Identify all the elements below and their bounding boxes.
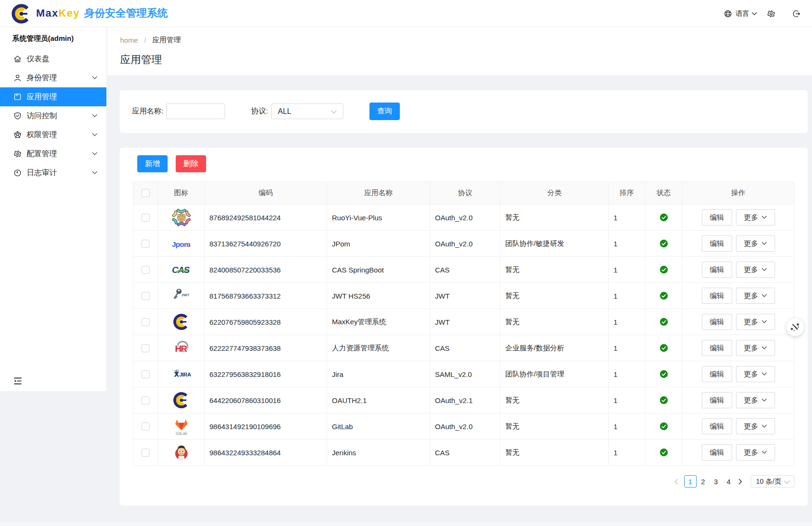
floating-tool-button[interactable] — [786, 319, 804, 336]
pagination-page-3[interactable]: 3 — [710, 475, 722, 488]
column-header-操作: 操作 — [682, 182, 794, 205]
chevron-down-icon — [92, 114, 97, 118]
more-button[interactable]: 更多 — [736, 444, 775, 460]
row-name-cell: Jira — [327, 361, 430, 387]
delete-button[interactable]: 删除 — [176, 155, 206, 172]
language-menu[interactable]: 语言 — [724, 9, 757, 18]
more-button[interactable]: 更多 — [736, 314, 775, 330]
shield-check-icon — [13, 112, 22, 120]
pagination-page-2[interactable]: 2 — [697, 475, 709, 488]
row-actions-cell: 编辑更多 — [682, 361, 794, 387]
row-checkbox[interactable] — [142, 370, 150, 378]
breadcrumb-home[interactable]: home — [120, 36, 138, 44]
breadcrumb: home / 应用管理 — [120, 27, 812, 45]
language-label: 语言 — [736, 9, 749, 18]
page-size-select[interactable]: 10 条/页 — [751, 475, 794, 488]
sidebar-item-身份管理[interactable]: 身份管理 — [0, 68, 106, 87]
settings-button[interactable] — [767, 9, 775, 18]
menu-fold-icon[interactable] — [13, 376, 22, 385]
chevron-down-icon — [762, 346, 767, 350]
jwt-app-icon: JWT — [172, 286, 191, 305]
row-checkbox[interactable] — [142, 318, 150, 326]
sidebar-item-应用管理[interactable]: 应用管理 — [0, 87, 106, 106]
row-select-cell — [133, 361, 158, 387]
sidebar-item-仪表盘[interactable]: 仪表盘 — [0, 49, 106, 68]
row-checkbox[interactable] — [142, 449, 150, 457]
clock-icon — [13, 169, 22, 177]
app-name-input[interactable] — [166, 103, 225, 119]
edit-button[interactable]: 编辑 — [702, 314, 732, 330]
row-checkbox[interactable] — [142, 292, 150, 300]
status-enabled-icon — [660, 318, 668, 326]
edit-button[interactable]: 编辑 — [702, 340, 732, 356]
more-button[interactable]: 更多 — [736, 392, 775, 408]
sidebar-item-访问控制[interactable]: 访问控制 — [0, 106, 106, 125]
row-checkbox[interactable] — [142, 423, 150, 431]
row-select-cell — [133, 387, 158, 413]
select-all-checkbox[interactable] — [142, 189, 150, 197]
breadcrumb-current: 应用管理 — [152, 36, 181, 45]
row-status-cell — [645, 231, 682, 257]
pagination-next-button[interactable] — [736, 475, 745, 488]
more-button[interactable]: 更多 — [736, 209, 775, 225]
row-sort-cell: 1 — [609, 257, 645, 283]
column-header-排序: 排序 — [609, 182, 645, 205]
edit-button[interactable]: 编辑 — [702, 209, 732, 225]
sidebar-item-配置管理[interactable]: 配置管理 — [0, 144, 106, 163]
row-code-cell: 644220607860310016 — [205, 387, 327, 413]
edit-button[interactable]: 编辑 — [702, 288, 732, 304]
more-button[interactable]: 更多 — [736, 418, 775, 434]
row-name-cell: RuoYi-Vue-Plus — [327, 205, 430, 231]
row-checkbox[interactable] — [142, 240, 150, 248]
row-name-cell: JWT HS256 — [327, 283, 430, 309]
brand-name-key: Key — [58, 7, 80, 19]
apps-table: 图标编码应用名称协议分类排序状态操作 — [133, 181, 794, 466]
more-button[interactable]: 更多 — [736, 235, 775, 252]
row-status-cell — [645, 309, 682, 335]
chevron-down-icon — [762, 294, 767, 298]
table-row: 644220607860310016OAUTH2.1OAuth_v2.1暂无1 … — [133, 387, 794, 413]
row-actions-cell: 编辑更多 — [682, 309, 794, 335]
row-actions-cell: 编辑更多 — [682, 387, 794, 413]
row-checkbox[interactable] — [142, 344, 150, 352]
more-button[interactable]: 更多 — [736, 262, 775, 278]
pagination-page-1[interactable]: 1 — [684, 475, 697, 488]
row-select-cell — [133, 440, 158, 466]
jenkins-app-icon — [172, 443, 191, 462]
pagination: 1234 10 条/页 — [671, 475, 794, 488]
row-name-cell: MaxKey管理系统 — [327, 309, 430, 335]
row-checkbox[interactable] — [142, 214, 150, 222]
more-button[interactable]: 更多 — [736, 288, 775, 304]
row-actions-cell: 编辑更多 — [682, 440, 794, 466]
row-sort-cell: 1 — [609, 205, 645, 231]
chevron-down-icon — [331, 110, 337, 114]
edit-button[interactable]: 编辑 — [702, 392, 732, 408]
table-row: GitLab 986431492190109696GitLabOAuth_v2.… — [133, 413, 794, 440]
row-checkbox[interactable] — [142, 396, 150, 404]
row-checkbox[interactable] — [142, 266, 150, 274]
add-button[interactable]: 新增 — [137, 155, 168, 172]
logout-button[interactable] — [792, 9, 801, 18]
edit-button[interactable]: 编辑 — [702, 444, 732, 460]
pagination-prev-button[interactable] — [671, 475, 681, 488]
row-select-cell — [133, 335, 158, 361]
more-button[interactable]: 更多 — [736, 366, 775, 382]
status-enabled-icon — [660, 448, 668, 457]
chevron-down-icon — [92, 133, 97, 137]
status-enabled-icon — [660, 291, 668, 300]
edit-button[interactable]: 编辑 — [702, 262, 732, 278]
edit-button[interactable]: 编辑 — [702, 235, 732, 252]
row-code-cell: 622076759805923328 — [205, 309, 327, 335]
brand-name: MaxKey — [36, 7, 80, 19]
edit-button[interactable]: 编辑 — [702, 418, 732, 434]
edit-button[interactable]: 编辑 — [702, 366, 732, 382]
protocol-select[interactable]: ALL — [271, 103, 343, 119]
pagination-page-4[interactable]: 4 — [723, 475, 735, 488]
more-button-label: 更多 — [744, 239, 758, 248]
sidebar-item-日志审计[interactable]: 日志审计 — [0, 163, 106, 182]
more-button[interactable]: 更多 — [736, 340, 775, 356]
jira-app-icon: JIRA — [172, 365, 191, 384]
sidebar-item-权限管理[interactable]: 权限管理 — [0, 125, 106, 144]
search-button[interactable]: 查询 — [369, 103, 400, 120]
user-icon — [13, 74, 22, 82]
